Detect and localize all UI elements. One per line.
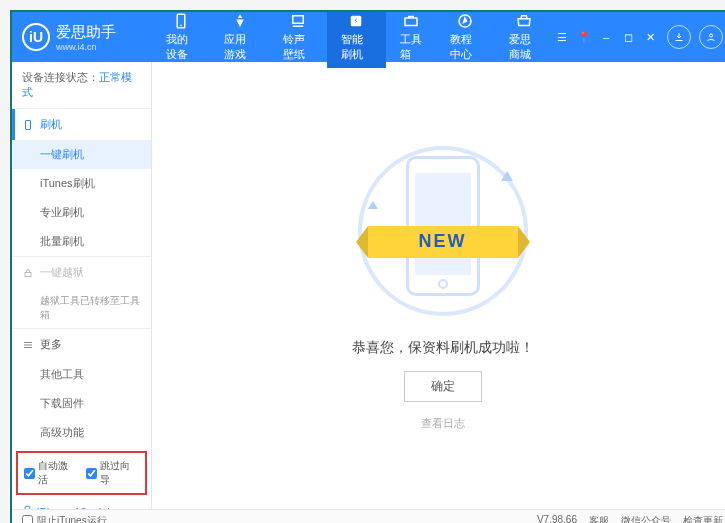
sidebar-item-pro-flash[interactable]: 专业刷机 (12, 198, 151, 227)
connection-status: 设备连接状态：正常模式 (12, 62, 151, 108)
svg-rect-2 (293, 16, 304, 24)
nav-label: 智能刷机 (341, 32, 371, 62)
section-title: 一键越狱 (40, 265, 84, 280)
svg-rect-4 (405, 18, 417, 26)
nav-apps[interactable]: 应用游戏 (210, 10, 268, 68)
main-nav: 我的设备 应用游戏 铃声壁纸 智能刷机 工具箱 教程中心 爱思商城 (152, 10, 553, 68)
svg-point-6 (710, 34, 713, 37)
svg-rect-8 (25, 272, 31, 276)
toolbox-icon (402, 12, 420, 30)
sidebar-item-download-fw[interactable]: 下载固件 (12, 389, 151, 418)
ok-button[interactable]: 确定 (404, 371, 482, 402)
phone-icon (172, 12, 190, 30)
sidebar-item-oneclick-flash[interactable]: 一键刷机 (12, 140, 151, 169)
success-message: 恭喜您，保资料刷机成功啦！ (352, 339, 534, 357)
check-update-link[interactable]: 检查更新 (683, 514, 723, 524)
flash-section-icon (22, 119, 34, 131)
lock-icon (22, 267, 34, 279)
user-icon[interactable] (699, 25, 723, 49)
check-label: 自动激活 (38, 459, 78, 487)
wallpaper-icon (289, 12, 307, 30)
maximize-icon[interactable]: ◻ (619, 28, 637, 46)
statusbar: 阻止iTunes运行 V7.98.66 客服 微信公众号 检查更新 (12, 509, 725, 523)
brand: iU 爱思助手 www.i4.cn (22, 23, 152, 52)
jailbreak-note: 越狱工具已转移至工具箱 (12, 288, 151, 328)
section-title: 刷机 (40, 117, 62, 132)
nav-tutorials[interactable]: 教程中心 (436, 10, 494, 68)
logo-icon: iU (22, 23, 50, 51)
nav-my-device[interactable]: 我的设备 (152, 10, 210, 68)
nav-label: 工具箱 (400, 32, 423, 62)
close-icon[interactable]: ✕ (641, 28, 659, 46)
nav-smart-flash[interactable]: 智能刷机 (327, 10, 385, 68)
section-title: 更多 (40, 337, 62, 352)
nav-toolbox[interactable]: 工具箱 (386, 10, 437, 68)
wechat-link[interactable]: 微信公众号 (621, 514, 671, 524)
view-log-link[interactable]: 查看日志 (421, 416, 465, 431)
sidebar-item-batch-flash[interactable]: 批量刷机 (12, 227, 151, 256)
nav-label: 我的设备 (166, 32, 196, 62)
download-icon[interactable] (667, 25, 691, 49)
success-illustration: NEW (353, 141, 533, 321)
version-label: V7.98.66 (537, 514, 577, 524)
nav-label: 教程中心 (450, 32, 480, 62)
sidebar-item-advanced[interactable]: 高级功能 (12, 418, 151, 447)
apps-icon (231, 12, 249, 30)
section-more[interactable]: 更多 (12, 329, 151, 360)
brand-sub: www.i4.cn (56, 42, 116, 52)
store-icon (515, 12, 533, 30)
svg-rect-7 (26, 120, 31, 129)
minimize-icon[interactable]: – (597, 28, 615, 46)
window-controls: ☰ 📍 – ◻ ✕ (553, 25, 723, 49)
section-flash[interactable]: 刷机 (12, 109, 151, 140)
nav-label: 爱思商城 (509, 32, 539, 62)
check-label: 跳过向导 (100, 459, 140, 487)
titlebar: iU 爱思助手 www.i4.cn 我的设备 应用游戏 铃声壁纸 智能刷机 工具… (12, 12, 725, 62)
pin-icon[interactable]: 📍 (575, 28, 593, 46)
compass-icon (456, 12, 474, 30)
nav-store[interactable]: 爱思商城 (495, 10, 553, 68)
checkbox[interactable] (86, 468, 97, 479)
block-itunes-label: 阻止iTunes运行 (37, 514, 107, 524)
section-jailbreak[interactable]: 一键越狱 (12, 257, 151, 288)
flash-icon (347, 12, 365, 30)
new-banner: NEW (368, 226, 518, 258)
checkbox[interactable] (24, 468, 35, 479)
more-icon (22, 339, 34, 351)
main-panel: NEW 恭喜您，保资料刷机成功啦！ 确定 查看日志 (152, 62, 725, 509)
conn-label: 设备连接状态： (22, 71, 99, 83)
customer-service-link[interactable]: 客服 (589, 514, 609, 524)
sidebar-item-other-tools[interactable]: 其他工具 (12, 360, 151, 389)
nav-ringtones[interactable]: 铃声壁纸 (269, 10, 327, 68)
brand-name: 爱思助手 (56, 23, 116, 42)
menu-icon[interactable]: ☰ (553, 28, 571, 46)
block-itunes-checkbox[interactable] (22, 515, 33, 523)
nav-label: 铃声壁纸 (283, 32, 313, 62)
nav-label: 应用游戏 (224, 32, 254, 62)
sidebar-item-itunes-flash[interactable]: iTunes刷机 (12, 169, 151, 198)
sidebar: 设备连接状态：正常模式 刷机 一键刷机 iTunes刷机 专业刷机 批量刷机 一… (12, 62, 152, 509)
check-auto-activate[interactable]: 自动激活 (24, 459, 78, 487)
flash-options: 自动激活 跳过向导 (16, 451, 147, 495)
check-skip-guide[interactable]: 跳过向导 (86, 459, 140, 487)
